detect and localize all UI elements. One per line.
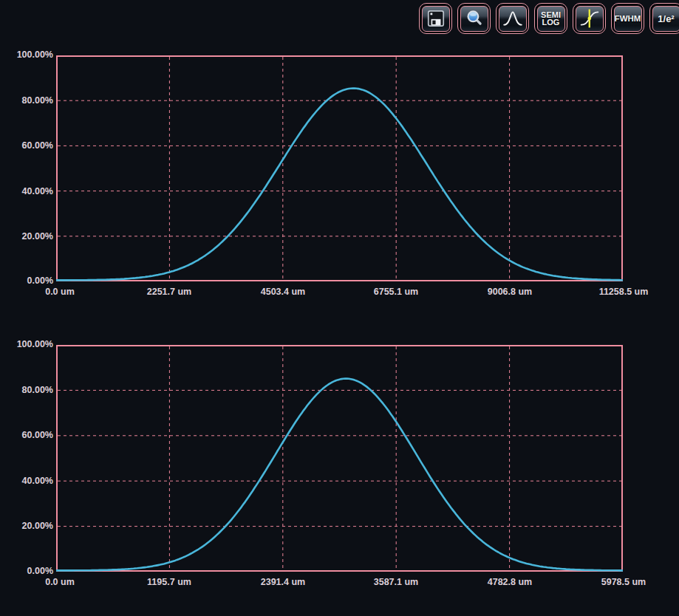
y-tick-label: 0.00% [3, 276, 53, 287]
x-tick-label: 1195.7 um [121, 577, 217, 588]
save-button[interactable] [419, 3, 452, 34]
floppy-disk-icon [426, 8, 446, 29]
x-tick-label: 3587.1 um [348, 577, 444, 588]
semi-log-button[interactable]: SEMI LOG [534, 3, 567, 34]
profile-chart-1-plot-area[interactable] [56, 55, 623, 281]
y-tick-label: 60.00% [3, 430, 53, 441]
gaussian-fit-button[interactable] [496, 3, 529, 34]
x-tick-label: 4782.8 um [462, 577, 558, 588]
x-tick-label: 0.0 um [12, 577, 108, 588]
fwhm-label: FWHM [615, 14, 641, 23]
x-tick-label: 11258.5 um [576, 287, 672, 298]
inverse-e-squared-label: 1/e² [658, 13, 674, 24]
y-tick-label: 0.00% [3, 566, 53, 577]
profile-chart-2-plot-area[interactable] [56, 345, 623, 572]
y-tick-label: 80.00% [3, 95, 53, 106]
x-tick-label: 4503.4 um [235, 287, 331, 298]
y-tick-label: 40.00% [3, 476, 53, 487]
inverse-e-squared-button[interactable]: 1/e² [649, 3, 679, 34]
y-tick-label: 20.00% [3, 521, 53, 532]
y-tick-label: 60.00% [3, 140, 53, 151]
x-tick-label: 2391.4 um [235, 577, 331, 588]
x-tick-label: 6755.1 um [348, 287, 444, 298]
semi-log-label: SEMI LOG [541, 11, 561, 27]
x-tick-label: 5978.5 um [576, 577, 672, 588]
y-tick-label: 40.00% [3, 186, 53, 197]
knife-edge-icon [579, 8, 600, 29]
toolbar: SEMI LOG FWHM 1/e² [419, 3, 679, 34]
y-tick-label: 100.00% [3, 339, 53, 350]
y-tick-label: 20.00% [3, 231, 53, 242]
fwhm-button[interactable]: FWHM [611, 3, 644, 34]
magnifier-icon [464, 8, 485, 29]
zoom-button[interactable] [457, 3, 491, 34]
x-tick-label: 2251.7 um [121, 287, 217, 298]
x-tick-label: 9006.8 um [462, 287, 558, 298]
gaussian-curve-icon [502, 8, 523, 29]
y-tick-label: 80.00% [3, 385, 53, 396]
knife-edge-button[interactable] [573, 3, 606, 34]
y-tick-label: 100.00% [3, 49, 53, 61]
x-tick-label: 0.0 um [12, 287, 108, 298]
